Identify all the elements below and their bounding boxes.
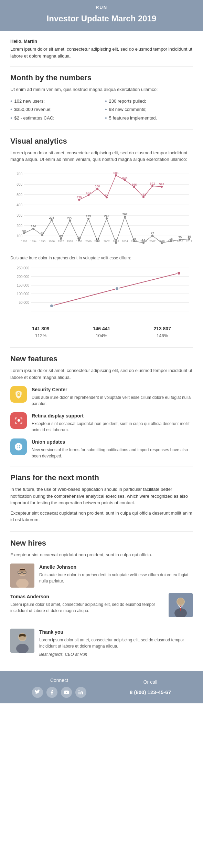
- svg-text:100 000: 100 000: [17, 292, 30, 296]
- svg-text:1997: 1997: [58, 240, 64, 243]
- linkedin-icon[interactable]: [75, 687, 86, 698]
- thankyou-body: Lorem ipsum dolor sit amet, consectetur …: [39, 637, 193, 649]
- visual-section: Visual analytics Lorem ipsum dolor sit a…: [10, 135, 193, 339]
- svg-text:600: 600: [17, 183, 22, 186]
- hire-name-amelle: Amelle Johnson: [39, 564, 193, 571]
- svg-text:2009: 2009: [168, 240, 174, 243]
- svg-text:100: 100: [17, 234, 22, 238]
- stats-number-3: 213 807: [153, 325, 171, 332]
- svg-text:39: 39: [188, 235, 191, 238]
- feature-desc-retina: Excepteur sint occaecat cupidatat non pr…: [32, 421, 193, 433]
- svg-point-102: [50, 304, 53, 308]
- svg-text:2002: 2002: [104, 240, 110, 243]
- visual-body: Lorem ipsum dolor sit amet, consectetur …: [10, 149, 193, 163]
- feature-title-union: Union updates: [32, 438, 193, 446]
- chart2-svg: 250 000 200 000 150 000 100 000 50 000: [10, 265, 193, 320]
- thankyou-info: Thank you Lorem ipsum dolor sit amet, co…: [39, 629, 193, 658]
- stats-row: 141 309 112% 146 441 104% 213 807 146%: [10, 325, 193, 339]
- list-item: • 102 new users;: [10, 97, 98, 106]
- svg-text:2008: 2008: [159, 240, 165, 243]
- svg-text:222: 222: [67, 216, 72, 220]
- svg-point-104: [177, 271, 181, 275]
- stats-pct-1: 112%: [32, 332, 50, 339]
- list-item: • 230 reports pulled;: [105, 97, 193, 106]
- numbers-left: • 102 new users; • $350,000 revenue; • $…: [10, 97, 98, 123]
- thankyou-title: Thank you: [39, 629, 193, 636]
- svg-text:43: 43: [59, 235, 63, 238]
- svg-text:500: 500: [17, 193, 22, 197]
- call-label: Or call: [130, 679, 171, 686]
- svg-text:144: 144: [31, 225, 36, 228]
- chart2-container: 250 000 200 000 150 000 100 000 50 000: [10, 265, 193, 322]
- greeting-body: Lorem ipsum dolor sit amet, consectetur …: [10, 46, 193, 59]
- visual-title: Visual analytics: [10, 135, 193, 147]
- plans-body2: Excepteur sint occaecat cupidatat non pr…: [10, 510, 193, 523]
- divider-6: [10, 623, 193, 623]
- youtube-icon[interactable]: [61, 687, 72, 698]
- bullet-icon: •: [10, 106, 12, 113]
- svg-text:247: 247: [104, 214, 109, 218]
- footer-phone: 8 (800) 123-45-67: [130, 689, 171, 696]
- main-content: Hello, Martin Lorem ipsum dolor sit amet…: [0, 31, 203, 672]
- svg-text:267: 267: [122, 213, 127, 216]
- svg-text:439: 439: [76, 196, 82, 199]
- hire-row-tomas: Tomas Anderson Lorem ipsum dolor sit ame…: [10, 593, 193, 617]
- feature-text-retina: Retina display support Excepteur sint oc…: [32, 412, 193, 433]
- features-section: New features Lorem ipsum dolor sit amet,…: [10, 353, 193, 459]
- hire-row-amelle: Amelle Johnson Duis aute irure dolor in …: [10, 564, 193, 588]
- hire-info-amelle: Amelle Johnson Duis aute irure dolor in …: [39, 564, 193, 584]
- divider-5: [10, 531, 193, 532]
- stats-pct-3: 146%: [153, 332, 171, 339]
- avatar-amelle: [10, 564, 34, 588]
- svg-text:2005: 2005: [131, 240, 137, 243]
- svg-point-117: [177, 598, 184, 605]
- stats-pct-2: 104%: [93, 332, 110, 339]
- facebook-icon[interactable]: [46, 687, 57, 698]
- feature-title-retina: Retina display support: [32, 412, 193, 420]
- svg-text:483: 483: [86, 191, 91, 195]
- brand-name: RUN: [7, 4, 196, 11]
- stats-number-2: 146 441: [93, 325, 110, 332]
- chart1-svg: 700 600 500 400 300 200 100 99 144 82: [10, 167, 193, 246]
- svg-text:2007: 2007: [149, 240, 156, 243]
- divider-3: [10, 347, 193, 348]
- svg-text:50 000: 50 000: [19, 301, 29, 304]
- bullet-icon: •: [10, 98, 12, 105]
- features-body: Lorem ipsum dolor sit amet, consectetur …: [10, 367, 193, 381]
- svg-text:77: 77: [151, 231, 154, 235]
- hires-section: New hires Excepteur sint occaecat cupida…: [10, 537, 193, 658]
- svg-text:1994: 1994: [30, 240, 36, 243]
- svg-text:400: 400: [17, 203, 22, 207]
- divider-4: [10, 466, 193, 466]
- svg-text:1993: 1993: [21, 240, 27, 243]
- hire-desc-tomas: Lorem ipsum dolor sit amet, consectetur …: [10, 601, 164, 614]
- svg-text:468: 468: [141, 193, 146, 196]
- feature-text-security: Security Center Duis aute irure dolor in…: [32, 386, 193, 407]
- connect-label: Connect: [32, 677, 86, 684]
- list-item: • 98 new comments;: [105, 105, 193, 114]
- svg-text:226: 226: [49, 216, 54, 219]
- page-header: RUN Investor Update March 2019: [0, 0, 203, 31]
- greeting-section: Hello, Martin Lorem ipsum dolor sit amet…: [10, 38, 193, 60]
- retina-icon: [10, 412, 27, 429]
- hires-title: New hires: [10, 537, 193, 549]
- numbers-grid: • 102 new users; • $350,000 revenue; • $…: [10, 97, 193, 123]
- svg-text:2000: 2000: [85, 240, 92, 243]
- chart1-container: 700 600 500 400 300 200 100 99 144 82: [10, 167, 193, 248]
- bullet-icon: •: [105, 115, 107, 122]
- bullet-icon: •: [10, 115, 12, 122]
- divider-1: [10, 66, 193, 66]
- twitter-icon[interactable]: [32, 687, 43, 698]
- feature-desc-security: Duis aute irure dolor in reprehenderit i…: [32, 394, 193, 407]
- svg-text:250 000: 250 000: [17, 266, 30, 270]
- list-item: • $350,000 revenue;: [10, 105, 98, 114]
- numbers-subtitle: Ut enim ad minim veniam, quis nostrud ma…: [10, 86, 193, 93]
- svg-text:300: 300: [17, 214, 22, 217]
- numbers-title: Month by the numbers: [10, 72, 193, 83]
- list-item: • $2 - estimates CAC;: [10, 114, 98, 123]
- svg-text:566: 566: [131, 183, 137, 186]
- thankyou-sign: Best regards, CEO at Run: [39, 651, 193, 658]
- features-title: New features: [10, 353, 193, 364]
- plans-section: Plans for the next month In the future, …: [10, 472, 193, 523]
- avatar-ceo: [10, 629, 34, 653]
